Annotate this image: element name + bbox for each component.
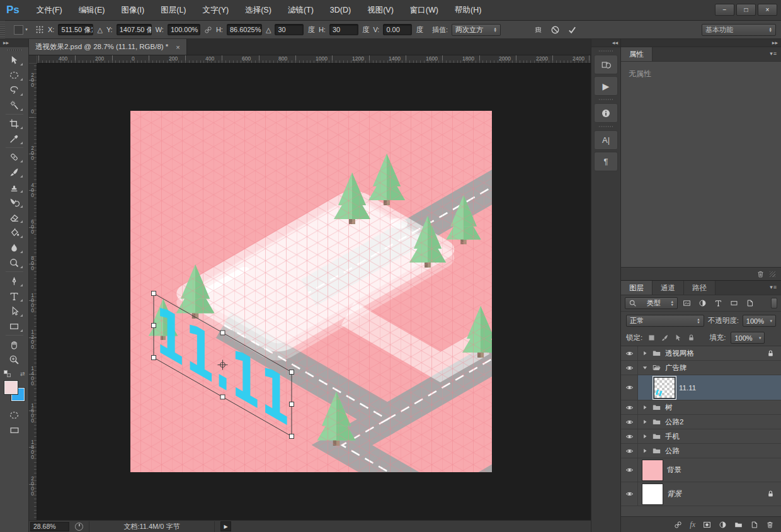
filter-pixel-layers-icon[interactable] [680,298,693,309]
maximize-button[interactable]: □ [736,4,756,16]
delete-layer-icon[interactable] [766,521,774,529]
history-brush-tool[interactable] [5,195,24,210]
expand-triangle-icon[interactable] [642,448,648,454]
y-input[interactable]: 1407.50 像素 [117,24,152,35]
visibility-toggle[interactable] [621,458,638,482]
layer-thumbnail[interactable] [642,460,663,481]
visibility-toggle[interactable] [621,375,638,400]
panel-menu-icon[interactable]: ▾≡ [770,50,777,57]
history-panel-button[interactable] [594,55,618,74]
filter-type-select[interactable]: 类型 ▲▼ [625,297,678,309]
hand-tool[interactable] [5,337,24,352]
move-tool[interactable] [5,52,24,67]
screen-mode-button[interactable] [5,422,24,438]
commit-transform-icon[interactable] [567,25,577,35]
menu-filter[interactable]: 滤镜(T) [280,0,322,20]
new-group-icon[interactable] [734,521,743,529]
height-input[interactable]: 86.6025% [227,24,262,35]
transform-handle[interactable] [290,370,294,375]
lasso-tool[interactable] [5,82,24,98]
marquee-tool[interactable] [5,67,24,82]
crop-tool[interactable] [5,116,24,131]
horizontal-ruler[interactable]: 400 200 0 200 400 600 800 1000 1200 1400… [37,55,591,64]
transform-handle[interactable] [220,331,225,335]
minimize-button[interactable]: − [715,4,734,16]
tab-properties[interactable]: 属性 [621,47,653,61]
menu-type[interactable]: 文字(Y) [195,0,237,20]
menu-select[interactable]: 选择(S) [237,0,280,20]
expand-triangle-icon[interactable] [642,433,648,439]
dodge-tool[interactable] [5,255,24,270]
ruler-corner[interactable] [29,55,37,64]
toolbar-grip[interactable] [8,49,21,51]
default-colors-icon[interactable] [4,370,11,377]
collapse-panels-arrows[interactable]: ▶▶ [621,39,781,47]
menu-view[interactable]: 视图(V) [359,0,402,20]
visibility-toggle[interactable] [621,429,638,443]
shape-tool[interactable] [5,319,24,334]
tab-layers[interactable]: 图层 [621,281,653,295]
layer-row-road2-group[interactable]: 公路2 [621,415,781,429]
add-mask-icon[interactable] [703,521,711,529]
blend-mode-select[interactable]: 正常 ▲▼ [626,315,704,327]
swap-colors-icon[interactable]: ⇄ [20,371,25,377]
type-tool[interactable] [5,288,24,303]
menu-help[interactable]: 帮助(H) [447,0,489,20]
expand-triangle-icon[interactable] [642,350,648,356]
menu-3d[interactable]: 3D(D) [322,0,359,20]
close-tab-icon[interactable]: × [176,43,180,51]
eraser-tool[interactable] [5,210,24,225]
path-selection-tool[interactable] [5,303,24,319]
interpolation-select[interactable]: 两次立方 ▲▼ [452,24,501,36]
zoom-tool[interactable] [5,352,24,367]
close-button[interactable]: × [758,4,777,16]
pen-tool[interactable] [5,273,24,288]
cancel-transform-icon[interactable] [550,25,560,35]
vskew-input[interactable]: 0.00 [383,24,412,35]
eyedropper-tool[interactable] [5,131,24,146]
rotate-input[interactable]: 30 [275,24,304,35]
panel-menu-icon[interactable]: ▾≡ [770,284,777,290]
menu-file[interactable]: 文件(F) [28,0,71,20]
adjustment-layer-icon[interactable] [719,521,727,529]
resize-grip[interactable] [770,271,775,277]
visibility-toggle[interactable] [621,346,638,360]
expand-triangle-icon[interactable] [642,404,648,410]
layer-row-road-group[interactable]: 公路 [621,444,781,458]
layer-thumbnail[interactable] [642,484,663,505]
layer-row-billboard-group[interactable]: 广告牌 [621,361,781,375]
layer-row-1111[interactable]: 11.11 [621,375,781,400]
visibility-toggle[interactable] [621,482,638,506]
lock-position-icon[interactable] [674,334,682,342]
hskew-input[interactable]: 30 [329,24,358,35]
visibility-toggle[interactable] [621,400,638,414]
tool-preset-picker[interactable]: ▾ [10,23,31,37]
x-input[interactable]: 511.50 像素 [58,24,93,35]
warp-mode-toggle-icon[interactable] [533,25,543,35]
blur-tool[interactable] [5,240,24,255]
link-dimensions-icon[interactable] [204,26,212,34]
layer-row-trees-group[interactable]: 树 [621,400,781,415]
transform-handle[interactable] [152,356,156,360]
layer-row-perspective-grid[interactable]: 透视网格 [621,346,781,361]
zoom-level-field[interactable]: 28.68% [30,522,69,531]
visibility-toggle[interactable] [621,444,638,458]
filter-adjustment-layers-icon[interactable] [696,298,709,309]
layer-filter-toggle[interactable] [771,298,777,308]
transform-handle[interactable] [220,395,225,399]
menu-edit[interactable]: 编辑(E) [71,0,113,20]
tab-channels[interactable]: 通道 [653,281,684,295]
filter-smart-objects-icon[interactable] [743,298,756,309]
visibility-toggle[interactable] [621,361,638,375]
workspace-select[interactable]: 基本功能 ▲▼ [702,24,776,36]
options-grip[interactable] [0,21,5,38]
relative-position-icon[interactable]: △ [97,26,102,34]
transform-handle[interactable] [152,324,156,328]
clone-stamp-tool[interactable] [5,179,24,195]
canvas-artboard[interactable]: 11.11 [130,111,492,472]
expand-panels-arrows[interactable]: ◀◀ [591,39,620,47]
paragraph-panel-button[interactable]: ¶ [594,152,618,171]
lock-transparency-icon[interactable] [647,334,656,342]
layer-style-fx-icon[interactable]: fx [690,520,695,529]
menu-image[interactable]: 图像(I) [113,0,152,20]
